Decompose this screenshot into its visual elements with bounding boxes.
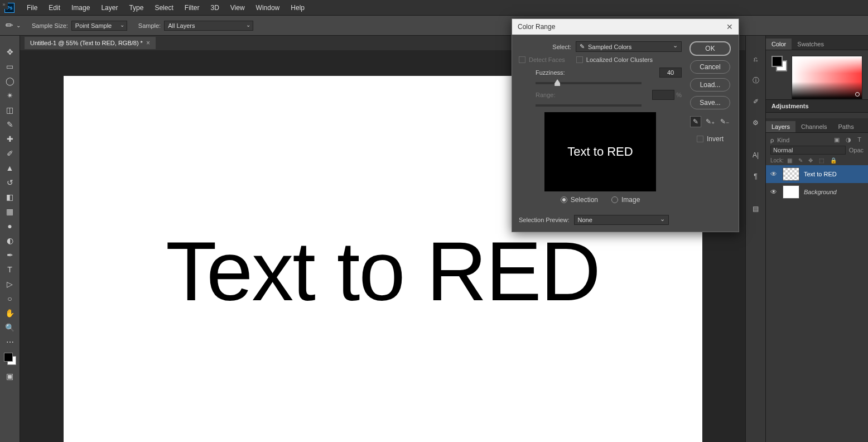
invert-checkbox[interactable] [697, 136, 703, 142]
eyedropper-tool[interactable]: ✎ [3, 118, 17, 131]
selection-preview-select[interactable]: None [574, 215, 669, 225]
fuzziness-slider[interactable] [536, 82, 642, 84]
color-picker-gradient[interactable] [792, 56, 862, 99]
menu-filter[interactable]: Filter [179, 4, 205, 12]
hand-tool[interactable]: ✋ [3, 306, 17, 320]
tab-swatches[interactable]: Swatches [792, 39, 830, 50]
ok-button[interactable]: OK [689, 41, 731, 56]
radio-image[interactable] [611, 196, 618, 203]
color-range-dialog: Color Range ✕ Select: ✎ Sampled Colors D… [512, 18, 739, 232]
sample-select[interactable]: All Layers [164, 21, 253, 31]
menu-image[interactable]: Image [66, 4, 95, 12]
menu-file[interactable]: File [21, 4, 43, 12]
visibility-icon[interactable]: 👁 [770, 170, 778, 178]
lasso-tool[interactable]: ◯ [3, 74, 17, 88]
document-tab[interactable]: Untitled-1 @ 55% (Text to RED, RGB/8) * … [25, 37, 156, 49]
fg-bg-swatch[interactable] [4, 353, 16, 365]
stamp-tool[interactable]: ▲ [3, 161, 17, 175]
eyedropper-sample-icon[interactable]: ✎ [690, 116, 701, 127]
move-tool[interactable]: ✥ [3, 45, 17, 59]
pen-tool[interactable]: ✒ [3, 248, 17, 262]
quick-select-tool[interactable]: ✴ [3, 89, 17, 102]
properties-icon[interactable]: ▤ [749, 202, 763, 215]
select-dropdown[interactable]: ✎ Sampled Colors [576, 41, 682, 52]
dialog-titlebar[interactable]: Color Range ✕ [512, 19, 739, 35]
tool-preset-chevron[interactable]: ⌄ [16, 22, 21, 28]
lock-label: Lock: [770, 157, 784, 164]
zoom-tool[interactable]: 🔍 [3, 321, 17, 334]
menu-layer[interactable]: Layer [95, 4, 123, 12]
opacity-label: Opac [849, 147, 864, 153]
tab-channels[interactable]: Channels [795, 121, 832, 132]
menu-view[interactable]: View [225, 4, 250, 12]
menu-bar: Ps File Edit Image Layer Type Select Fil… [0, 0, 868, 16]
sample-size-label: Sample Size: [32, 22, 68, 29]
filter-icons[interactable]: ▣ ◑ T [834, 136, 864, 143]
layer-row-background[interactable]: 👁 Background [766, 183, 868, 201]
fg-bg-color[interactable] [771, 56, 787, 71]
right-panels: Color Swatches Adjustments Layers Channe… [765, 36, 868, 442]
close-icon[interactable]: ✕ [726, 22, 733, 31]
path-select-tool[interactable]: ▷ [3, 277, 17, 291]
document-tab-title: Untitled-1 @ 55% (Text to RED, RGB/8) * [30, 40, 143, 46]
more-tools[interactable]: ⋯ [3, 335, 17, 349]
eyedropper-add-icon[interactable]: ✎₊ [705, 116, 716, 127]
lock-icons[interactable]: ▦ ✎ ✥ ⬚ 🔒 [787, 157, 839, 164]
type-tool[interactable]: T [3, 263, 17, 276]
selection-preview-label: Selection Preview: [519, 217, 570, 223]
sample-label: Sample: [138, 22, 161, 29]
menu-type[interactable]: Type [123, 4, 149, 12]
range-input [652, 90, 674, 100]
brushes-icon[interactable]: ✐ [749, 95, 763, 108]
dialog-title: Color Range [518, 23, 555, 31]
visibility-icon[interactable]: 👁 [770, 188, 778, 196]
expand-handle[interactable]: » [0, 0, 8, 9]
save-button[interactable]: Save... [690, 96, 730, 109]
quick-mask-tool[interactable]: ▣ [3, 369, 17, 383]
brush-tool[interactable]: ✐ [3, 147, 17, 160]
crop-tool[interactable]: ◫ [3, 103, 17, 117]
adjustments-panel-title[interactable]: Adjustments [766, 99, 868, 113]
info-icon[interactable]: ⓘ [749, 74, 763, 87]
tab-paths[interactable]: Paths [833, 121, 860, 132]
marquee-tool[interactable]: ▭ [3, 60, 17, 73]
sample-size-select[interactable]: Point Sample [71, 21, 127, 31]
gradient-tool[interactable]: ▦ [3, 205, 17, 218]
healing-tool[interactable]: ✚ [3, 132, 17, 146]
eyedropper-icon[interactable]: ✎ [3, 19, 16, 32]
layer-name: Text to RED [804, 171, 837, 177]
character-icon[interactable]: A| [749, 148, 763, 162]
canvas-text: Text to RED [166, 223, 600, 320]
cancel-button[interactable]: Cancel [690, 60, 730, 74]
history-icon[interactable]: ⎌ [749, 52, 763, 66]
eyedropper-icon: ✎ [580, 43, 585, 50]
history-brush-tool[interactable]: ↺ [3, 176, 17, 189]
fuzziness-input[interactable] [659, 68, 682, 78]
menu-edit[interactable]: Edit [43, 4, 66, 12]
localized-label: Localized Color Clusters [586, 56, 653, 63]
layers-panel: ρ Kind ▣ ◑ T Normal Opac Lock: ▦ ✎ ✥ ⬚ 🔒… [766, 133, 868, 203]
eraser-tool[interactable]: ◧ [3, 190, 17, 204]
menu-3d[interactable]: 3D [205, 4, 224, 12]
radio-selection[interactable] [561, 196, 567, 203]
dodge-tool[interactable]: ◐ [3, 234, 17, 247]
blend-mode-select[interactable]: Normal [770, 146, 846, 155]
range-label: Range: [536, 92, 555, 98]
paragraph-icon[interactable]: ¶ [749, 170, 763, 183]
settings-icon[interactable]: ⚙ [749, 116, 763, 129]
selection-preview: Text to RED [544, 112, 656, 191]
tab-layers[interactable]: Layers [766, 121, 795, 132]
menu-help[interactable]: Help [285, 4, 310, 12]
layer-row-text[interactable]: 👁 Text to RED [766, 165, 868, 183]
load-button[interactable]: Load... [690, 78, 730, 92]
shape-tool[interactable]: ○ [3, 292, 17, 305]
localized-checkbox[interactable] [576, 56, 583, 63]
tab-color[interactable]: Color [766, 39, 792, 50]
blur-tool[interactable]: ● [3, 219, 17, 233]
menu-select[interactable]: Select [149, 4, 179, 12]
eyedropper-subtract-icon[interactable]: ✎₋ [719, 116, 730, 127]
menu-window[interactable]: Window [250, 4, 286, 12]
fuzziness-label: Fuzziness: [536, 69, 565, 76]
close-tab-icon[interactable]: × [146, 39, 150, 47]
color-panel [766, 50, 868, 99]
